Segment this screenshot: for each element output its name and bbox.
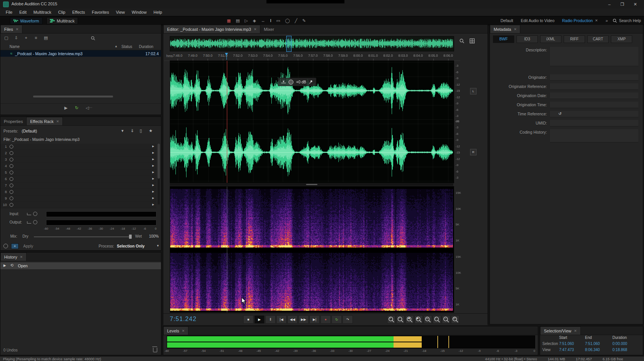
new-content-icon[interactable]: + — [23, 35, 29, 40]
history-item-open[interactable]: ▶ ⟲ Open — [0, 262, 161, 269]
workspace-close-icon[interactable]: ✕ — [595, 19, 598, 22]
insert-into-multitrack-icon[interactable]: ≡ — [33, 35, 39, 40]
editor-grid-icon[interactable] — [470, 38, 475, 43]
skip-selection-button[interactable]: ↷ — [343, 315, 353, 324]
play-button[interactable]: ▶ — [254, 315, 265, 324]
waveform-display[interactable]: +0 dB — [170, 61, 454, 183]
time-selection-tool-icon[interactable]: I — [270, 16, 271, 25]
save-preset-icon[interactable]: ⇓ — [131, 128, 134, 133]
metadata-field-input[interactable] — [550, 47, 638, 66]
files-search[interactable] — [91, 36, 95, 40]
slot-insert-icon[interactable]: ▸ — [152, 157, 154, 161]
effects-rack-slot-3[interactable]: 3▸ — [0, 157, 156, 163]
column-duration[interactable]: Duration — [139, 45, 153, 49]
sort-ascending-icon[interactable]: ▲ — [115, 45, 118, 48]
menu-multitrack[interactable]: Multitrack — [30, 10, 55, 14]
slip-tool-icon[interactable]: ◈ — [253, 16, 256, 25]
close-button[interactable]: ✕ — [629, 0, 642, 8]
reset-time-reference-icon[interactable]: ↺ — [558, 112, 561, 116]
selview-value[interactable]: 7:51.060 — [585, 342, 600, 346]
files-horizontal-scrollbar[interactable] — [33, 96, 113, 97]
metadata-field-input[interactable] — [550, 102, 638, 108]
tab-editor[interactable]: Editor: _Podcast - Maxim Jago Interview.… — [163, 25, 260, 33]
channel-right-button[interactable]: R — [470, 149, 477, 155]
frequency-ruler[interactable]: 15K10K5K1K15K10K5K1K — [454, 186, 468, 312]
rewind-button[interactable]: ◀◀ — [287, 315, 298, 324]
import-file-icon[interactable]: ⇩ — [13, 35, 19, 40]
waveform-spectral-splitter[interactable] — [170, 183, 453, 186]
overview-waveform[interactable] — [170, 37, 453, 50]
effects-rack-slot-4[interactable]: 4▸ — [0, 163, 156, 169]
levels-panel-close-icon[interactable]: ✕ — [182, 329, 185, 333]
spectral-frequency-display-icon[interactable]: ▦ — [227, 16, 231, 25]
zoom-in-vertically-button[interactable]: ↕ — [433, 315, 441, 324]
workspace-edit-audio-to-video[interactable]: Edit Audio to Video — [521, 18, 555, 23]
move-playhead-to-next-button[interactable]: ▶| — [309, 315, 320, 324]
pause-button[interactable]: ‖ — [265, 315, 276, 324]
fast-forward-button[interactable]: ▶▶ — [298, 315, 309, 324]
record-button[interactable]: ● — [320, 315, 331, 324]
column-status[interactable]: Status — [121, 45, 132, 49]
zoom-in-at-in-point-button[interactable]: ◀ — [405, 315, 414, 324]
tab-properties[interactable]: Properties — [0, 117, 26, 125]
marquee-selection-tool-icon[interactable]: ▭ — [276, 16, 280, 25]
hud-volume-value[interactable]: +0 dB — [296, 80, 306, 84]
play-icon[interactable]: ▶ — [64, 105, 67, 110]
effects-rack-slot-2[interactable]: 2▸ — [0, 150, 156, 157]
history-trash-icon[interactable] — [153, 348, 157, 352]
open-file-icon[interactable]: ▢ — [3, 35, 9, 40]
tab-effects-rack[interactable]: Effects Rack ✕ — [26, 117, 63, 125]
preset-dropdown-icon[interactable]: ▾ — [121, 128, 124, 133]
hud-volume-control[interactable]: +0 dB — [278, 78, 316, 86]
effects-rack-scrollbar[interactable] — [158, 144, 160, 204]
stop-button[interactable]: ■ — [243, 315, 253, 324]
output-knob[interactable] — [33, 220, 37, 224]
view-indicator[interactable] — [286, 36, 292, 52]
spectral-display[interactable] — [170, 186, 454, 313]
tab-metadata[interactable]: Metadata ✕ — [490, 25, 520, 33]
metadata-field-input[interactable] — [550, 129, 638, 142]
playhead-marker[interactable] — [225, 53, 228, 60]
playhead-line-spectral[interactable] — [227, 187, 227, 312]
editor-tab-close-icon[interactable]: ✕ — [254, 27, 257, 31]
tab-mixer[interactable]: Mixer — [260, 25, 277, 33]
zoom-out-button[interactable]: − — [396, 315, 405, 324]
workspace-overflow-icon[interactable]: » — [606, 18, 608, 23]
slot-power-button[interactable] — [10, 151, 13, 155]
slot-insert-icon[interactable]: ▸ — [152, 170, 154, 174]
effects-rack-close-icon[interactable]: ✕ — [56, 120, 59, 123]
tab-levels[interactable]: Levels ✕ — [163, 326, 188, 335]
effects-rack-slot-8[interactable]: 8▸ — [0, 189, 156, 195]
effects-rack-slot-5[interactable]: 5▸ — [0, 169, 156, 176]
metadata-panel-close-icon[interactable]: ✕ — [514, 27, 517, 31]
history-panel-close-icon[interactable]: ✕ — [20, 255, 23, 259]
process-dropdown-icon[interactable]: ▾ — [157, 244, 159, 248]
multitrack-mode-button[interactable]: Multitrack — [46, 17, 78, 24]
process-value[interactable]: Selection Only — [117, 244, 145, 248]
minimize-button[interactable]: – — [603, 0, 616, 8]
metadata-field-input[interactable]: ↺ — [550, 111, 638, 117]
menu-view[interactable]: View — [112, 10, 128, 14]
column-name[interactable]: Name — [10, 45, 20, 49]
playhead-line[interactable] — [227, 61, 227, 183]
metadata-tab-id3[interactable]: ID3 — [516, 35, 538, 43]
delete-preset-icon[interactable]: ▯ — [140, 128, 142, 133]
slot-power-button[interactable] — [10, 171, 13, 174]
metadata-field-input[interactable] — [550, 120, 638, 126]
auto-play-speaker-icon[interactable]: ◁𝄖 — [86, 105, 92, 110]
spot-healing-brush-tool-icon[interactable]: ✎ — [302, 16, 306, 25]
zoom-in-button[interactable]: + — [387, 315, 395, 324]
selview-value[interactable]: 0:18.868 — [612, 348, 627, 352]
selview-value[interactable]: 7:51.060 — [559, 342, 574, 346]
selview-value[interactable]: 0:00.000 — [612, 342, 627, 346]
slot-insert-icon[interactable]: ▸ — [152, 150, 154, 155]
workspace-radio-production[interactable]: Radio Production✕ — [562, 18, 598, 23]
rack-power-button[interactable] — [3, 244, 8, 248]
metadata-tab-riff[interactable]: RIFF — [564, 35, 585, 43]
slot-insert-icon[interactable]: ▸ — [152, 196, 154, 200]
metadata-tab-bwf[interactable]: BWF — [493, 35, 514, 43]
menu-window[interactable]: Window — [128, 10, 150, 14]
tab-files[interactable]: Files ✕ — [0, 25, 22, 33]
files-column-header[interactable]: Name ▲ Status Duration — [0, 44, 161, 50]
razor-tool-icon[interactable]: ↔ — [261, 16, 265, 25]
